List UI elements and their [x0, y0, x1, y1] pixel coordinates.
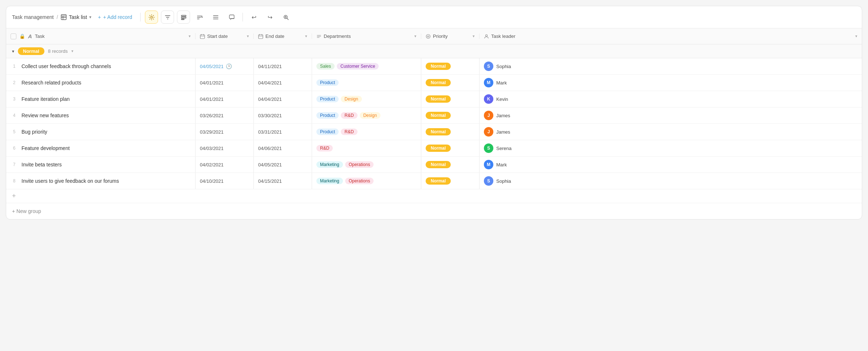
leader-name: Mark [496, 80, 507, 86]
avatar: J [484, 127, 493, 137]
select-all-checkbox[interactable] [11, 33, 16, 39]
cell-taskleader-7: M Mark [480, 157, 862, 173]
department-tag[interactable]: R&D [341, 112, 357, 119]
priority-col-icon [426, 34, 431, 39]
table-row[interactable]: 3 Feature iteration plan 04/01/2021 04/0… [6, 91, 862, 107]
group-icon-button[interactable] [177, 11, 190, 24]
rowheight-icon-button[interactable] [209, 11, 222, 24]
cell-taskleader-1: S Sophia [480, 58, 862, 74]
priority-badge[interactable]: Normal [426, 145, 451, 152]
cell-taskleader-8: S Sophia [480, 173, 862, 189]
group-badge-normal[interactable]: Normal [18, 47, 44, 55]
col-header-departments-arrow[interactable]: ▾ [414, 34, 417, 39]
svg-rect-11 [229, 15, 234, 19]
col-header-task[interactable]: 🔒 A Task ▾ [6, 33, 196, 39]
col-header-enddate[interactable]: End date ▾ [254, 33, 312, 39]
taskleader-col-icon [484, 34, 489, 39]
group-count-arrow[interactable]: ▾ [71, 49, 74, 54]
table-row[interactable]: 6 Feature development 04/03/2021 04/06/2… [6, 140, 862, 157]
undo-button[interactable]: ↩ [247, 11, 260, 24]
col-header-departments[interactable]: Departments ▾ [312, 33, 421, 39]
group-count: 8 records [48, 48, 68, 54]
breadcrumb-separator: / [56, 14, 58, 20]
priority-badge[interactable]: Normal [426, 128, 451, 135]
end-date-value: 03/30/2021 [258, 113, 282, 118]
svg-point-28 [427, 36, 429, 37]
cell-taskleader-5: J James [480, 124, 862, 140]
breadcrumb-view-arrow[interactable]: ▾ [89, 15, 91, 20]
breadcrumb-view[interactable]: Task list ▾ [61, 14, 91, 20]
department-tag[interactable]: Product [316, 79, 339, 86]
comment-icon-button[interactable] [225, 11, 238, 24]
redo-icon: ↪ [268, 14, 272, 21]
priority-badge[interactable]: Normal [426, 79, 451, 86]
department-tag[interactable]: R&D [316, 145, 333, 151]
department-tag[interactable]: Design [341, 96, 362, 102]
col-header-enddate-arrow[interactable]: ▾ [305, 34, 307, 39]
settings-icon-button[interactable] [145, 11, 158, 24]
add-row-button[interactable]: + [6, 189, 862, 203]
cell-task-8: 8 Invite users to give feedback on our f… [6, 173, 196, 189]
avatar: J [484, 111, 493, 120]
priority-badge[interactable]: Normal [426, 161, 451, 168]
department-tag[interactable]: Marketing [316, 161, 343, 168]
priority-badge[interactable]: Normal [426, 63, 451, 70]
leader-name: Sophia [496, 64, 511, 69]
leader-name: Serena [496, 146, 512, 151]
cell-startdate-2: 04/01/2021 [196, 75, 254, 91]
cell-departments-3: ProductDesign [312, 91, 421, 107]
col-header-taskleader[interactable]: Task leader ▾ [480, 33, 862, 39]
cell-enddate-8: 04/15/2021 [254, 173, 312, 189]
new-group-button[interactable]: + New group [6, 203, 862, 219]
table-row[interactable]: 2 Research related products 04/01/2021 0… [6, 75, 862, 91]
row-number: 7 [11, 162, 18, 167]
cell-startdate-7: 04/02/2021 [196, 157, 254, 173]
department-tag[interactable]: Design [360, 112, 380, 119]
col-header-startdate-arrow[interactable]: ▾ [247, 34, 249, 39]
table-row[interactable]: 5 Bug priority 03/29/2021 03/31/2021 Pro… [6, 124, 862, 140]
toolbar-divider-1 [140, 13, 141, 21]
cell-startdate-6: 04/03/2021 [196, 140, 254, 156]
sort-icon-button[interactable] [193, 11, 206, 24]
department-tag[interactable]: R&D [341, 129, 357, 135]
breadcrumb: Task management / Task list ▾ [12, 14, 91, 20]
table-row[interactable]: 7 Invite beta testers 04/02/2021 04/05/2… [6, 157, 862, 173]
add-record-button[interactable]: + + Add record [94, 12, 136, 22]
avatar: S [484, 143, 493, 153]
department-tag[interactable]: Sales [316, 63, 335, 70]
add-row-plus-icon: + [12, 192, 16, 200]
table-row[interactable]: 1 Collect user feedback through channels… [6, 58, 862, 75]
department-tag[interactable]: Operations [345, 161, 374, 168]
cell-startdate-8: 04/10/2021 [196, 173, 254, 189]
department-tag[interactable]: Product [316, 129, 339, 135]
cell-task-1: 1 Collect user feedback through channels [6, 58, 196, 74]
department-tag[interactable]: Marketing [316, 178, 343, 184]
col-header-taskleader-arrow[interactable]: ▾ [855, 34, 857, 39]
row-number: 6 [11, 146, 18, 151]
group-toggle[interactable]: ▾ [12, 49, 14, 54]
row-number: 8 [11, 178, 18, 184]
svg-rect-6 [181, 17, 186, 18]
col-header-priority-arrow[interactable]: ▾ [473, 34, 475, 39]
redo-button[interactable]: ↪ [263, 11, 276, 24]
department-tag[interactable]: Product [316, 96, 339, 102]
filter-icon-button[interactable] [161, 11, 174, 24]
table-row[interactable]: 8 Invite users to give feedback on our f… [6, 173, 862, 189]
cell-departments-4: ProductR&DDesign [312, 107, 421, 123]
col-header-task-arrow[interactable]: ▾ [189, 34, 191, 39]
department-tag[interactable]: Customer Service [337, 63, 379, 70]
table-row[interactable]: 4 Review new features 03/26/2021 03/30/2… [6, 107, 862, 124]
leader-name: Mark [496, 162, 507, 167]
start-date-value: 04/05/2021 [200, 64, 224, 69]
priority-badge[interactable]: Normal [426, 177, 451, 185]
priority-badge[interactable]: Normal [426, 95, 451, 103]
end-date-value: 04/15/2021 [258, 178, 282, 184]
col-header-priority[interactable]: Priority ▾ [421, 33, 480, 39]
department-tag[interactable]: Operations [345, 178, 374, 184]
start-date-value: 04/02/2021 [200, 162, 224, 167]
department-tag[interactable]: Product [316, 112, 339, 119]
search-button[interactable] [279, 11, 292, 24]
col-header-startdate[interactable]: Start date ▾ [196, 33, 254, 39]
priority-badge[interactable]: Normal [426, 112, 451, 119]
column-header-row: 🔒 A Task ▾ Start date ▾ End date ▾ [6, 28, 862, 44]
